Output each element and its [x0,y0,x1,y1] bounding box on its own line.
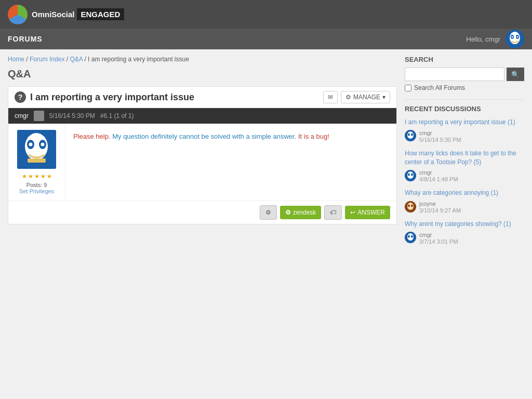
logo-engaged-text: ENGAGED [77,8,125,20]
discussion-title: Whay are categories annoying [405,189,490,196]
discussion-user: cmgr [419,232,432,238]
star-5: ★ [47,173,52,180]
reply-icon: ↩ [350,209,355,216]
logo-area: OmniSocial ENGAGED [8,5,124,24]
post-content: Please help. My question definitely cann… [65,124,396,201]
zendesk-icon: ⚙ [285,209,291,216]
navbar-right: Hello, cmgr [466,30,524,48]
discussion-link[interactable]: I am reporting a very important issue (1… [405,118,524,127]
discussion-date: 4/8/14 1:48 PM [419,176,458,182]
search-title: SEARCH [405,56,524,63]
post-text-part1: Please help. [73,132,111,140]
discussion-link[interactable]: Whay are categories annoying (1) [405,189,524,197]
main-container: Home / Forum Index / Q&A / I am reportin… [0,49,532,257]
post-meta-bar: cmgr 5/16/14 5:30 PM #6.1 (1 of 1) [8,108,396,124]
svg-point-15 [408,134,410,136]
avatar [405,201,416,212]
answer-button[interactable]: ↩ ANSWER [345,206,390,219]
answer-label: ANSWER [357,209,385,216]
set-privileges-link[interactable]: Set Privileges [19,188,54,194]
breadcrumb-current: I am reporting a very important issue [88,56,189,63]
post-text-part3: It is a bug! [298,132,329,140]
svg-point-5 [517,36,518,38]
thread-title: I am reporting a very important issue [30,92,194,103]
email-button[interactable]: ✉ [323,91,338,103]
avatar [405,232,416,243]
discussion-meta: jcoyne 3/10/14 9:27 AM [405,200,524,214]
post-text: Please help. My question definitely cann… [73,131,389,142]
svg-point-20 [411,173,413,176]
post-sidebar: ★ ★ ★ ★ ★ Posts: 9 Set Privileges [8,124,65,201]
discussion-count: (1) [508,118,515,126]
post-id: #6.1 (1 of 1) [100,112,134,119]
star-1: ★ [22,173,27,180]
search-row: 🔍 [405,68,524,81]
svg-point-19 [408,173,410,176]
post-gear-button[interactable]: ⚙ [260,205,277,220]
discussion-user: cmgr [419,169,432,176]
category-title: Q&A [8,68,397,80]
search-section: SEARCH 🔍 Search All Forums [405,56,524,91]
star-4: ★ [41,173,46,180]
discussion-title: I am reporting a very important issue [405,118,508,126]
svg-point-4 [512,36,513,38]
recent-discussions: RECENT DISCUSSIONS I am reporting a very… [405,99,524,245]
tag-button[interactable]: 🏷 [324,205,342,220]
discussion-meta: cmgr 3/7/14 3:01 PM [405,231,524,245]
thread-header: ? I am reporting a very important issue … [8,87,396,108]
user-avatar-large [17,130,56,169]
manage-label: MANAGE [353,94,380,101]
discussion-count: (1) [503,220,511,228]
svg-point-28 [411,235,413,238]
star-2: ★ [28,173,33,180]
avatar [405,130,416,141]
post-body-area: ★ ★ ★ ★ ★ Posts: 9 Set Privileges Please… [8,124,396,201]
svg-point-16 [411,134,413,136]
svg-point-10 [29,143,33,147]
question-icon: ? [15,91,26,103]
gear-icon: ⚙ [345,94,351,101]
zendesk-label: zendesk [293,209,316,216]
search-input[interactable] [405,68,504,81]
svg-point-24 [411,204,413,207]
svg-point-27 [408,235,410,238]
hello-greeting: Hello, cmgr [466,35,500,43]
breadcrumb: Home / Forum Index / Q&A / I am reportin… [8,56,397,63]
user-stars: ★ ★ ★ ★ ★ [22,173,52,180]
discussion-link[interactable]: How many licks does it take to get to th… [405,149,524,167]
post-text-part2: My question definitely cannot be solved … [112,132,296,140]
discussion-meta: cmgr 5/16/14 5:30 PM [405,129,524,143]
omnisocial-logo-icon [8,5,28,24]
discussion-meta: cmgr 4/8/14 1:48 PM [405,168,524,182]
breadcrumb-home[interactable]: Home [8,56,24,63]
discussion-link[interactable]: Why arent my categories showing? (1) [405,220,524,229]
search-all-label[interactable]: Search All Forums [405,84,524,91]
discussion-user: cmgr [419,130,432,136]
avatar [405,170,416,181]
search-all-text: Search All Forums [414,84,465,91]
svg-point-11 [41,143,45,147]
list-item: How many licks does it take to get to th… [405,149,524,183]
discussion-date: 3/7/14 3:01 PM [419,238,458,245]
breadcrumb-category[interactable]: Q&A [70,56,83,63]
post-count: Posts: 9 [26,182,47,188]
header: OmniSocial ENGAGED [0,0,532,29]
thread-container: ? I am reporting a very important issue … [8,86,397,224]
svg-rect-12 [28,158,46,163]
search-button[interactable]: 🔍 [507,68,524,81]
breadcrumb-forum-index[interactable]: Forum Index [30,56,64,63]
thread-title-row: ? I am reporting a very important issue [15,91,194,103]
manage-button[interactable]: ⚙ MANAGE ▾ [341,91,390,103]
post-username: cmgr [15,112,29,119]
navbar: FORUMS Hello, cmgr [0,29,532,49]
post-footer: ⚙ ⚙ zendesk 🏷 ↩ ANSWER [8,201,396,224]
post-date: 5/16/14 5:30 PM [49,112,95,119]
list-item: I am reporting a very important issue (1… [405,118,524,143]
search-all-checkbox[interactable] [405,85,411,91]
recent-discussions-title: RECENT DISCUSSIONS [405,99,524,113]
list-item: Whay are categories annoying (1) jcoyne [405,189,524,214]
zendesk-button[interactable]: ⚙ zendesk [280,206,322,219]
post-meta-avatar [34,111,44,121]
discussion-count: (1) [490,189,498,196]
user-avatar-nav[interactable] [506,30,524,48]
